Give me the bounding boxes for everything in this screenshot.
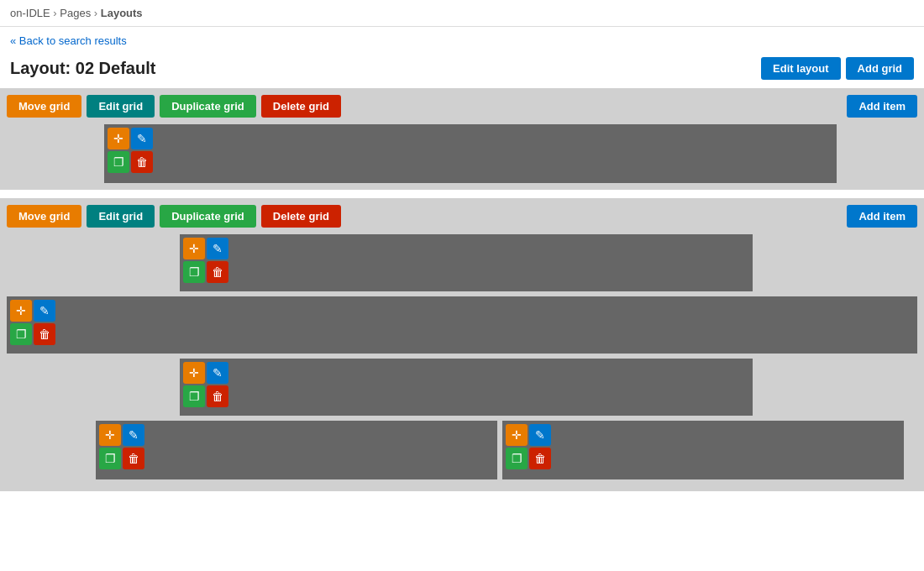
grid2-row4-cell1-icons: ✛ ✎ ❐ 🗑	[99, 424, 144, 469]
grid2-r4c1-duplicate-icon[interactable]: ❐	[99, 448, 121, 469]
grid2-r3-duplicate-icon[interactable]: ❐	[183, 385, 205, 407]
grid1-delete-button[interactable]: Delete grid	[261, 95, 341, 118]
grid1-cell-icons: ✛ ✎ ❐ 🗑	[108, 128, 153, 173]
grid2-r4c1-delete-icon[interactable]: 🗑	[123, 448, 144, 469]
grid1-cell-delete-icon[interactable]: 🗑	[131, 151, 153, 173]
add-grid-button[interactable]: Add grid	[846, 57, 914, 80]
grid2-r4c1-edit-icon[interactable]: ✎	[123, 424, 144, 446]
grid2-r3-edit-icon[interactable]: ✎	[207, 362, 228, 384]
grid2-r4c2-delete-icon[interactable]: 🗑	[529, 448, 551, 469]
grid2-row4-right-spacer	[909, 421, 917, 479]
grid2-r1-duplicate-icon[interactable]: ❐	[183, 261, 205, 283]
grid2-row3: ✛ ✎ ❐ 🗑	[7, 359, 917, 416]
grid2-row1-right	[758, 234, 917, 291]
grid2-row4-cell2-icons: ✛ ✎ ❐ 🗑	[506, 424, 551, 469]
grid2-row2: ✛ ✎ ❐ 🗑	[7, 296, 917, 354]
grid2-r2-duplicate-icon[interactable]: ❐	[10, 323, 32, 345]
grid1-move-button[interactable]: Move grid	[7, 95, 81, 118]
grid2-r3-move-icon[interactable]: ✛	[183, 362, 205, 384]
header-buttons: Edit layout Add grid	[761, 57, 914, 80]
grid2-row1-left	[7, 234, 175, 291]
grid2-r1-edit-icon[interactable]: ✎	[207, 238, 228, 259]
grid2-delete-button[interactable]: Delete grid	[261, 205, 341, 228]
grid2-move-button[interactable]: Move grid	[7, 205, 81, 228]
grid2-r4c2-move-icon[interactable]: ✛	[506, 424, 528, 446]
grid2-r4c1-move-icon[interactable]: ✛	[99, 424, 121, 446]
breadcrumb-current: Layouts	[101, 7, 143, 19]
grid2-row1: ✛ ✎ ❐ 🗑	[7, 234, 917, 291]
grid2-row1-cell: ✛ ✎ ❐ 🗑	[180, 234, 753, 291]
breadcrumb-on-idle[interactable]: on-IDLE	[10, 7, 50, 19]
grid-section-2: Move grid Edit grid Duplicate grid Delet…	[0, 198, 924, 491]
grid1-cell-move-icon[interactable]: ✛	[108, 128, 129, 149]
grid2-r3-delete-icon[interactable]: 🗑	[207, 385, 228, 407]
grid2-duplicate-button[interactable]: Duplicate grid	[160, 205, 256, 228]
grid2-row4: ✛ ✎ ❐ 🗑 ✛ ✎ ❐ 🗑	[7, 421, 917, 479]
grid2-row4-cell2: ✛ ✎ ❐ 🗑	[502, 421, 904, 479]
grid1-right-spacer	[842, 124, 917, 183]
grid2-r2-delete-icon[interactable]: 🗑	[34, 323, 55, 345]
grid1-toolbar: Move grid Edit grid Duplicate grid Delet…	[7, 95, 917, 118]
grid1-content: ✛ ✎ ❐ 🗑	[7, 124, 917, 183]
breadcrumb-pages[interactable]: Pages	[60, 7, 91, 19]
grid2-toolbar: Move grid Edit grid Duplicate grid Delet…	[7, 205, 917, 228]
grid2-row3-cell: ✛ ✎ ❐ 🗑	[180, 359, 753, 416]
grid2-r4c2-duplicate-icon[interactable]: ❐	[506, 448, 528, 469]
grid2-row1-cell-icons: ✛ ✎ ❐ 🗑	[183, 238, 228, 283]
grid2-add-item-button[interactable]: Add item	[847, 205, 917, 228]
grid2-r1-move-icon[interactable]: ✛	[183, 238, 205, 259]
grid1-left-spacer	[7, 124, 99, 183]
grid1-cell-duplicate-icon[interactable]: ❐	[108, 151, 129, 173]
grid1-duplicate-button[interactable]: Duplicate grid	[160, 95, 256, 118]
breadcrumb: on-IDLE › Pages › Layouts	[0, 0, 924, 27]
grid2-row3-cell-icons: ✛ ✎ ❐ 🗑	[183, 362, 228, 407]
edit-layout-button[interactable]: Edit layout	[761, 57, 840, 80]
grid2-r2-move-icon[interactable]: ✛	[10, 300, 32, 322]
back-link-container: « Back to search results	[0, 27, 924, 50]
grid-section-1: Move grid Edit grid Duplicate grid Delet…	[0, 88, 924, 190]
grid2-edit-button[interactable]: Edit grid	[87, 205, 155, 228]
grid2-r4c2-edit-icon[interactable]: ✎	[529, 424, 551, 446]
page-header: Layout: 02 Default Edit layout Add grid	[0, 50, 924, 88]
grid1-edit-button[interactable]: Edit grid	[87, 95, 155, 118]
grid1-main-cell: ✛ ✎ ❐ 🗑	[104, 124, 837, 183]
grid1-cell-edit-icon[interactable]: ✎	[131, 128, 153, 149]
grid2-row3-left	[7, 359, 175, 416]
grid2-r1-delete-icon[interactable]: 🗑	[207, 261, 228, 283]
grid2-row3-right	[758, 359, 917, 416]
grid1-add-item-button[interactable]: Add item	[847, 95, 917, 118]
grid2-row2-cell-icons: ✛ ✎ ❐ 🗑	[10, 300, 55, 345]
grid2-row4-cell1: ✛ ✎ ❐ 🗑	[96, 421, 497, 479]
back-to-search-link[interactable]: « Back to search results	[10, 34, 127, 47]
page-title: Layout: 02 Default	[10, 59, 155, 78]
grid2-row4-left-spacer	[7, 421, 91, 479]
grid2-row2-cell: ✛ ✎ ❐ 🗑	[7, 296, 917, 354]
grid2-r2-edit-icon[interactable]: ✎	[34, 300, 55, 322]
